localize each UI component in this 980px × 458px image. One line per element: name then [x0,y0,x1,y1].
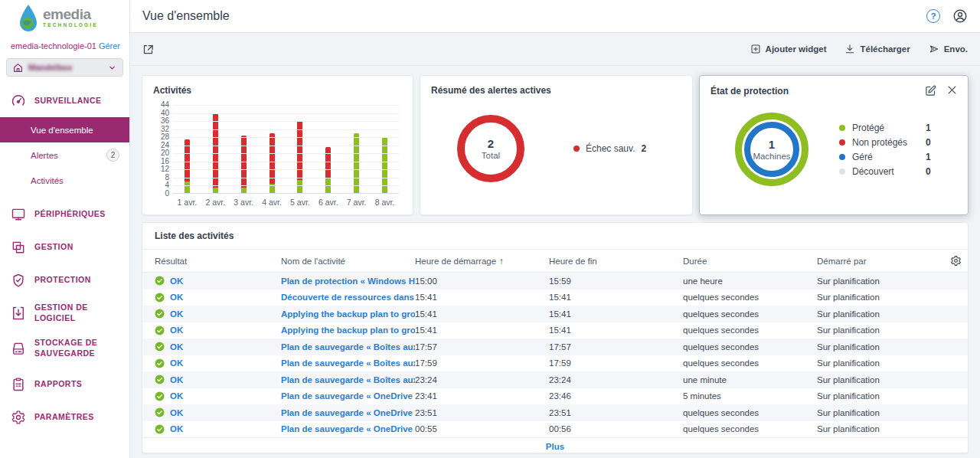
legend-value: 2 [641,143,646,154]
y-axis-tick-label: 20 [161,149,169,157]
add-widget-button[interactable]: Ajouter widget [750,44,827,54]
table-row[interactable]: OKPlan de sauvegarde « OneDrive à S...23… [142,404,968,421]
status-ok-icon [155,293,165,303]
protection-legend-item[interactable]: Protégé1 [839,123,931,133]
activity-name-link[interactable]: Plan de sauvegarde « OneDrive à S... [281,408,415,417]
protection-total-value: 1 [769,138,775,151]
status-ok-icon [155,358,165,368]
download-button[interactable]: Télécharger [844,44,910,54]
chart-gridline [173,185,399,186]
protection-legend-item[interactable]: Géré1 [839,152,931,162]
sidebar-item-rapports[interactable]: RAPPORTS [0,368,129,401]
help-icon[interactable]: ? [926,9,940,23]
logo-subtext: TECHNOLOGIE [43,23,98,28]
activity-name-link[interactable]: Plan de sauvegarde « OneDrive à S... [281,391,415,401]
start-time-cell: 17:57 [415,342,549,352]
result-cell: OK [155,309,281,319]
clipboard-report-icon [11,377,26,392]
sidebar-item-surveillance[interactable]: SURVEILLANCE [0,84,129,117]
started-by-cell: Sur planification [817,326,939,335]
stacked-bar[interactable] [325,105,331,194]
activity-name-link[interactable]: Plan de sauvegarde « Boîtes aux le... [281,375,415,384]
sidebar-item-stockage-de-sauvegarde[interactable]: STOCKAGE DE SAUVEGARDE [0,329,129,368]
activity-name-link[interactable]: Applying the backup plan to group " [281,326,415,335]
y-axis-tick-label: 12 [161,165,169,173]
send-button[interactable]: Envo. [929,44,968,54]
activity-name-link[interactable]: Applying the backup plan to group " [281,309,415,319]
table-row[interactable]: OKDécouverte de ressources dans le ...15… [142,290,968,306]
protection-legend-item[interactable]: Découvert0 [839,166,931,177]
x-axis-tick-label: 6 avr. [314,198,342,207]
activity-name-link[interactable]: Plan de sauvegarde « OneDrive à S... [281,424,415,433]
end-time-cell: 15:59 [549,276,683,286]
y-axis-tick-label: 40 [161,110,169,117]
table-row[interactable]: OKPlan de sauvegarde « Boîtes aux le...1… [142,355,968,372]
table-settings-gear-icon[interactable] [939,255,962,267]
legend-label: Protégé [852,123,926,133]
sidebar-item-vue-densemble[interactable]: Vue d'ensemble [0,117,129,142]
sidebar-item-gestion-de-logiciel[interactable]: GESTION DE LOGICIEL [0,296,129,329]
table-row[interactable]: OKApplying the backup plan to group "15:… [142,322,968,339]
y-axis-tick-label: 24 [161,142,169,149]
column-header-heure-demarrage[interactable]: Heure de démarrage ↑ [415,257,549,266]
close-widget-icon[interactable] [947,85,957,97]
column-header-resultat[interactable]: Résultat [155,257,281,266]
started-by-cell: Sur planification [817,375,939,384]
chart-gridline [173,113,399,114]
status-ok-icon [155,276,165,286]
stacked-bar[interactable] [297,105,302,194]
activity-name-link[interactable]: Découverte de ressources dans le ... [281,293,415,302]
sidebar-item-protection[interactable]: PROTECTION [0,263,129,296]
column-header-heure-fin[interactable]: Heure de fin [549,257,683,266]
sidebar-item-peripheriques[interactable]: PÉRIPHÉRIQUES [0,198,129,231]
sidebar-item-activites[interactable]: Activités [0,168,129,193]
widget-resume-alertes[interactable]: Résumé des alertes actives 2 Total Échec… [420,75,693,215]
table-row[interactable]: OKPlan de protection « Windows Han...15:… [142,273,968,290]
stacked-bar[interactable] [270,105,275,194]
gear-icon [11,410,26,425]
machine-selector-dropdown[interactable]: Mandelbox [6,58,123,77]
column-header-nom[interactable]: Nom de l'activité [281,257,415,266]
protection-legend-item[interactable]: Non protégés0 [839,137,931,148]
edit-widget-icon[interactable] [925,85,936,97]
sidebar-item-label: STOCKAGE DE SAUVEGARDE [34,338,129,358]
alerts-total-value: 2 [488,137,494,150]
table-row[interactable]: OKPlan de sauvegarde « OneDrive à S...23… [142,388,968,405]
activity-name-link[interactable]: Plan de sauvegarde « Boîtes aux le... [281,342,415,352]
column-header-demarre-par[interactable]: Démarré par [817,257,939,266]
activity-name-link[interactable]: Plan de protection « Windows Han... [281,276,415,286]
alerts-legend-item[interactable]: Échec sauv. 2 [573,143,646,154]
sidebar: emedia TECHNOLOGIE emedia-technologie-01… [0,0,130,458]
bar-segment-green [185,182,190,194]
stacked-bar[interactable] [185,105,190,194]
account-icon[interactable] [952,8,968,24]
sidebar-item-alertes[interactable]: Alertes 2 [0,142,129,168]
column-header-duree[interactable]: Durée [683,257,817,266]
table-row[interactable]: OKPlan de sauvegarde « Boîtes aux le...2… [142,371,968,388]
start-time-cell: 15:41 [415,326,549,335]
expand-dashboard-icon[interactable] [142,44,154,55]
more-link[interactable]: Plus [546,442,564,451]
manage-link[interactable]: Gérer [99,41,120,51]
table-row[interactable]: OKApplying the backup plan to group "15:… [142,306,968,322]
table-row[interactable]: OKPlan de sauvegarde « Boîtes aux le...1… [142,339,968,355]
stacked-bar[interactable] [354,105,359,194]
y-axis-tick-label: 4 [165,182,169,189]
sidebar-item-label: PARAMÈTRES [34,412,100,423]
stacked-bar[interactable] [382,105,387,194]
table-row[interactable]: OKPlan de sauvegarde « OneDrive à S...00… [142,421,968,438]
widget-activites[interactable]: Activités 048121620242832364044 1 avr.2 … [142,75,413,215]
sidebar-item-parametres[interactable]: PARAMÈTRES [0,401,129,433]
gauge-icon [11,93,26,109]
started-by-cell: Sur planification [817,309,939,319]
end-time-cell: 15:41 [549,326,683,335]
sidebar-item-gestion[interactable]: GESTION [0,231,129,263]
started-by-cell: Sur planification [817,293,939,302]
sort-ascending-icon: ↑ [499,257,504,266]
chart-gridline [173,178,399,178]
bar-segment-red [325,147,331,178]
activity-name-link[interactable]: Plan de sauvegarde « Boîtes aux le... [281,358,415,368]
widget-etat-de-protection[interactable]: État de protection [699,75,969,215]
stacked-bar[interactable] [213,105,218,194]
stacked-bar[interactable] [241,105,247,194]
